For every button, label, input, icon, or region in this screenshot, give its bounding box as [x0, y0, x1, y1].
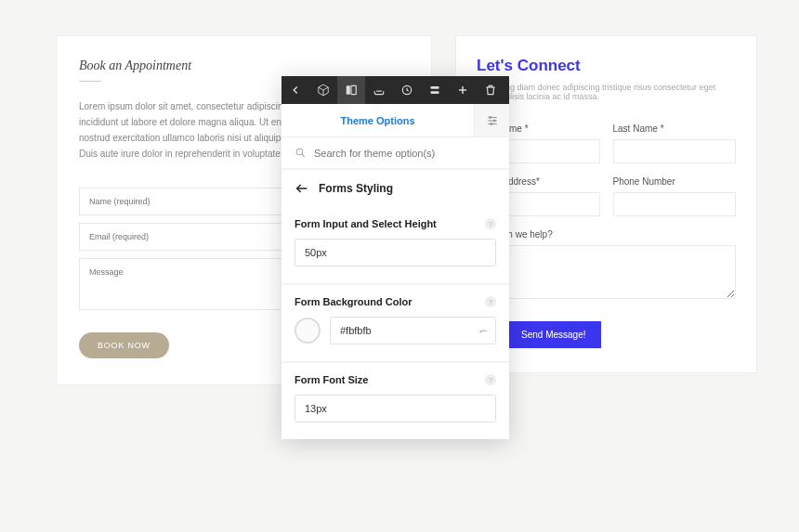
- title-underline: [79, 81, 101, 82]
- last-name-label: Last Name *: [613, 123, 737, 134]
- svg-point-13: [493, 120, 495, 122]
- add-icon[interactable]: [449, 76, 477, 104]
- tab-theme-options[interactable]: Theme Options: [282, 104, 474, 136]
- appointment-title: Book an Appointment: [79, 58, 409, 73]
- svg-point-15: [296, 149, 303, 155]
- theme-search-input[interactable]: [314, 148, 496, 159]
- back-chevron-icon[interactable]: [282, 76, 309, 104]
- phone-field[interactable]: [613, 192, 737, 216]
- input-height-label: Form Input and Select Height: [295, 218, 437, 229]
- search-icon: [295, 147, 307, 159]
- font-size-field[interactable]: [295, 395, 496, 422]
- theme-search: [282, 137, 509, 170]
- section-title: Forms Styling: [319, 182, 393, 195]
- svg-point-12: [489, 116, 491, 118]
- send-message-button[interactable]: Send Message!: [506, 321, 601, 348]
- panel-tabs: Theme Options: [282, 104, 509, 137]
- phone-label: Phone Number: [613, 176, 737, 187]
- help-label: How can we help?: [477, 229, 736, 240]
- input-height-field[interactable]: [295, 239, 496, 266]
- trash-icon[interactable]: [477, 76, 504, 104]
- svg-rect-2: [347, 85, 350, 94]
- filter-icon[interactable]: [474, 104, 509, 136]
- option-input-height: Form Input and Select Height ?: [282, 207, 509, 285]
- section-header: Forms Styling: [282, 170, 509, 207]
- svg-rect-5: [430, 86, 439, 89]
- svg-rect-6: [430, 91, 439, 94]
- option-font-size: Form Font Size ?: [282, 363, 509, 439]
- panel-toggle-icon[interactable]: [337, 76, 365, 104]
- svg-point-14: [490, 123, 491, 124]
- history-icon[interactable]: [393, 76, 421, 104]
- last-name-field[interactable]: [613, 139, 737, 163]
- panel-toolbar: [282, 76, 509, 104]
- svg-rect-3: [351, 85, 356, 94]
- svg-line-16: [302, 154, 305, 157]
- logo-icon[interactable]: [309, 76, 337, 104]
- bg-color-field[interactable]: [330, 317, 496, 344]
- font-size-label: Form Font Size: [295, 374, 368, 385]
- back-arrow-icon[interactable]: [295, 181, 309, 196]
- help-field[interactable]: [477, 245, 736, 299]
- toggles-icon[interactable]: [421, 76, 449, 104]
- help-icon[interactable]: ?: [485, 374, 496, 385]
- reset-icon[interactable]: ⤺: [476, 323, 491, 338]
- save-icon[interactable]: [365, 76, 393, 104]
- help-icon[interactable]: ?: [485, 296, 496, 307]
- book-now-button[interactable]: BOOK NOW: [79, 332, 169, 358]
- help-icon[interactable]: ?: [485, 218, 496, 229]
- option-background-color: Form Background Color ? ⤺: [282, 285, 509, 363]
- connect-title: Let's Connect: [477, 57, 736, 75]
- color-swatch[interactable]: [295, 318, 321, 344]
- bg-color-label: Form Background Color: [295, 296, 413, 307]
- theme-options-panel: Theme Options Forms Styling Form Input a…: [282, 76, 509, 439]
- connect-description: Adipiscing diam donec adipiscing tristiq…: [477, 83, 736, 101]
